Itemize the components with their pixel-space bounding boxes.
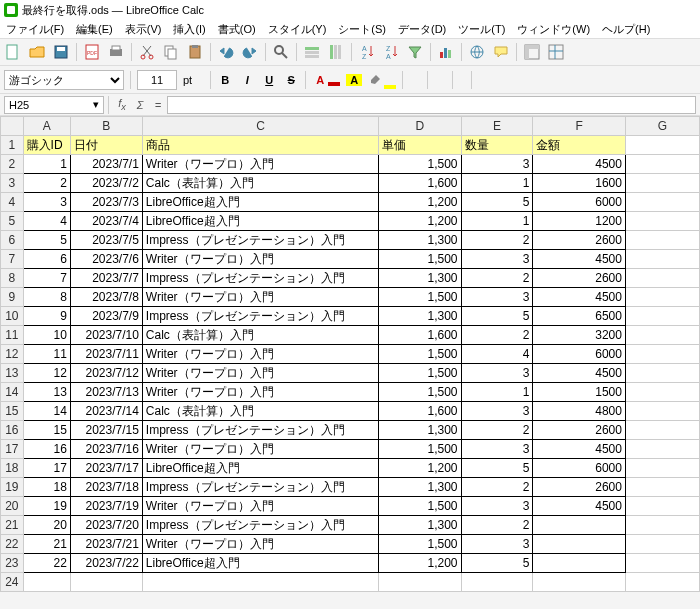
cell[interactable]: 単価 xyxy=(379,136,461,155)
row-header[interactable]: 12 xyxy=(1,345,24,364)
strike-button[interactable]: S xyxy=(283,74,299,86)
col-header[interactable]: G xyxy=(625,117,699,136)
headers-icon[interactable] xyxy=(523,43,541,61)
cell[interactable]: 9 xyxy=(23,307,70,326)
cell[interactable]: 3 xyxy=(23,193,70,212)
cell[interactable]: 2023/7/17 xyxy=(70,459,142,478)
cell[interactable]: 2023/7/20 xyxy=(70,516,142,535)
cell[interactable]: 22 xyxy=(23,554,70,573)
cell[interactable]: Impress（プレゼンテーション）入門 xyxy=(142,307,378,326)
cell[interactable]: 2 xyxy=(461,516,533,535)
cell[interactable]: 日付 xyxy=(70,136,142,155)
cell[interactable]: 1,500 xyxy=(379,364,461,383)
print-icon[interactable] xyxy=(107,43,125,61)
cell[interactable]: 2 xyxy=(461,231,533,250)
cell[interactable]: 2023/7/19 xyxy=(70,497,142,516)
cell[interactable]: 1,200 xyxy=(379,459,461,478)
cell[interactable]: 2 xyxy=(23,174,70,193)
open-icon[interactable] xyxy=(28,43,46,61)
cell[interactable]: 6 xyxy=(23,250,70,269)
cell[interactable]: 金額 xyxy=(533,136,626,155)
cell[interactable]: 2600 xyxy=(533,421,626,440)
cell[interactable]: LibreOffice超入門 xyxy=(142,212,378,231)
row-header[interactable]: 23 xyxy=(1,554,24,573)
row-header[interactable]: 8 xyxy=(1,269,24,288)
cell[interactable]: 4500 xyxy=(533,250,626,269)
cell[interactable]: 1,500 xyxy=(379,383,461,402)
cell[interactable]: Impress（プレゼンテーション）入門 xyxy=(142,516,378,535)
cell[interactable] xyxy=(142,573,378,592)
row-header[interactable]: 7 xyxy=(1,250,24,269)
cell[interactable]: 1,300 xyxy=(379,516,461,535)
cell[interactable] xyxy=(533,573,626,592)
cell[interactable]: 2023/7/13 xyxy=(70,383,142,402)
undo-icon[interactable] xyxy=(217,43,235,61)
cell[interactable]: 2023/7/22 xyxy=(70,554,142,573)
cell[interactable]: 1,300 xyxy=(379,478,461,497)
menu-item[interactable]: 挿入(I) xyxy=(173,22,205,37)
menu-item[interactable]: ウィンドウ(W) xyxy=(517,22,590,37)
cell[interactable]: Impress（プレゼンテーション）入門 xyxy=(142,478,378,497)
cell[interactable]: 14 xyxy=(23,402,70,421)
cell[interactable]: 19 xyxy=(23,497,70,516)
cell[interactable]: 2 xyxy=(461,421,533,440)
formula-input[interactable] xyxy=(167,96,696,114)
cell[interactable]: 4800 xyxy=(533,402,626,421)
cell[interactable]: 1 xyxy=(461,383,533,402)
cell[interactable]: 18 xyxy=(23,478,70,497)
row-header[interactable]: 22 xyxy=(1,535,24,554)
filter-icon[interactable] xyxy=(406,43,424,61)
cell[interactable]: 1,600 xyxy=(379,174,461,193)
row-header[interactable]: 18 xyxy=(1,459,24,478)
menu-item[interactable]: ヘルプ(H) xyxy=(602,22,650,37)
cell[interactable]: Writer（ワープロ）入門 xyxy=(142,440,378,459)
row-header[interactable]: 21 xyxy=(1,516,24,535)
cell[interactable]: 2023/7/2 xyxy=(70,174,142,193)
bg-color-button[interactable] xyxy=(368,71,396,89)
cell[interactable] xyxy=(70,573,142,592)
row-header[interactable]: 5 xyxy=(1,212,24,231)
name-box[interactable]: H25▾ xyxy=(4,96,104,114)
cell[interactable]: 12 xyxy=(23,364,70,383)
row-header[interactable]: 15 xyxy=(1,402,24,421)
cell[interactable]: 4 xyxy=(461,345,533,364)
cell[interactable]: 3 xyxy=(461,155,533,174)
cell[interactable] xyxy=(461,573,533,592)
cell[interactable]: 5 xyxy=(461,193,533,212)
cell[interactable]: Writer（ワープロ）入門 xyxy=(142,364,378,383)
menu-item[interactable]: スタイル(Y) xyxy=(268,22,327,37)
save-icon[interactable] xyxy=(52,43,70,61)
cell[interactable]: 6500 xyxy=(533,307,626,326)
row-header[interactable]: 9 xyxy=(1,288,24,307)
row-header[interactable]: 17 xyxy=(1,440,24,459)
cell[interactable]: LibreOffice超入門 xyxy=(142,193,378,212)
cell[interactable]: 4500 xyxy=(533,440,626,459)
cell[interactable]: 2 xyxy=(461,326,533,345)
cell[interactable]: 2023/7/4 xyxy=(70,212,142,231)
cell[interactable]: 1,500 xyxy=(379,250,461,269)
cell[interactable]: Writer（ワープロ）入門 xyxy=(142,535,378,554)
cell[interactable]: 1200 xyxy=(533,212,626,231)
cell[interactable]: 2 xyxy=(461,478,533,497)
cell[interactable]: Impress（プレゼンテーション）入門 xyxy=(142,231,378,250)
cell[interactable]: 2600 xyxy=(533,478,626,497)
font-color-button[interactable]: A xyxy=(312,74,340,86)
menu-item[interactable]: 編集(E) xyxy=(76,22,113,37)
cell[interactable]: 1,300 xyxy=(379,231,461,250)
cell[interactable] xyxy=(533,554,626,573)
cell[interactable]: 4500 xyxy=(533,364,626,383)
cell[interactable]: 5 xyxy=(461,554,533,573)
row-header[interactable]: 24 xyxy=(1,573,24,592)
sort-desc-icon[interactable]: ZA xyxy=(382,43,400,61)
cell[interactable]: 3 xyxy=(461,535,533,554)
cell[interactable]: 21 xyxy=(23,535,70,554)
row-header[interactable]: 14 xyxy=(1,383,24,402)
cell[interactable]: 2600 xyxy=(533,269,626,288)
redo-icon[interactable] xyxy=(241,43,259,61)
cell[interactable]: 6000 xyxy=(533,193,626,212)
cell[interactable] xyxy=(379,573,461,592)
cell[interactable]: Writer（ワープロ）入門 xyxy=(142,250,378,269)
cell[interactable]: 2023/7/14 xyxy=(70,402,142,421)
cell[interactable]: Writer（ワープロ）入門 xyxy=(142,155,378,174)
cell[interactable]: 2023/7/15 xyxy=(70,421,142,440)
